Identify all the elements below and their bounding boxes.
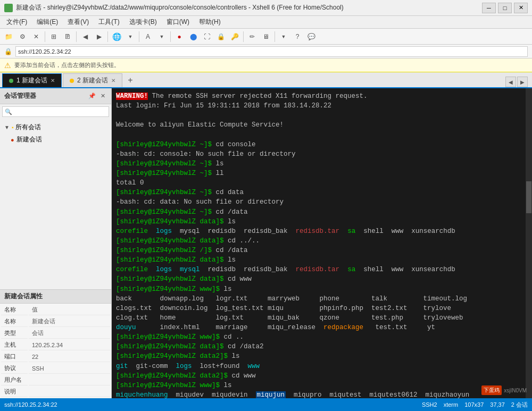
props-key-3: 主机 [1,340,28,350]
term-line-23: [shirley@iZ94yvhbwlZ www]$ ls [116,381,521,390]
tab-add-button[interactable]: + [123,73,137,87]
props-row-username: 用户名 [1,375,110,385]
terminal-scroll-thumb[interactable] [526,181,531,213]
toolbar-compose[interactable]: ✏ [246,30,259,43]
toolbar-screen[interactable]: 🖥 [260,30,272,43]
maximize-button[interactable]: □ [498,3,512,13]
toolbar-font[interactable]: A [142,30,154,43]
props-val-7 [29,387,110,397]
tab-1[interactable]: 1 新建会话 ✕ [2,73,62,87]
sidebar-tree: ▼ ▪ 所有会话 ● 新建会话 [0,119,111,289]
toolbar: 📁 ⚙ ✕ ⊞ 🖹 ◀ ▶ 🌐 ▼ A ▼ ● ⬤ ⛶ 🔒 🔑 ✏ 🖥 ▼ ? … [0,29,532,45]
props-row-protocol: 协议 SSH [1,363,110,374]
sidebar-session-label: 新建会话 [16,135,42,144]
menu-view[interactable]: 查看(V) [63,16,93,28]
toolbar-chat[interactable]: 💬 [305,30,318,43]
toolbar-lock[interactable]: 🔒 [214,30,227,43]
term-line-13: [shirley@iZ94yvhbwlZ /]$ cd /data [116,246,521,255]
toolbar-globe-arrow[interactable]: ▼ [124,30,137,43]
title-text: 新建会话 - shirley@iZ94yvhbwlZ:/data2/www/mi… [16,3,344,12]
sidebar-close-icon[interactable]: ✕ [98,92,107,100]
tabs-and-content: 1 新建会话 ✕ 2 新建会话 ✕ + ◀ ▶ 会话管理器 [0,72,532,398]
status-terminal: xterm [444,401,459,408]
menu-window[interactable]: 窗口(W) [162,16,194,28]
sidebar-pin-icon[interactable]: 📌 [88,92,96,100]
watermark-label: 下蛋鸡 [481,385,502,395]
sidebar-item-new-session[interactable]: ● 新建会话 [0,133,111,146]
menu-file[interactable]: 文件(F) [2,16,31,28]
tab-nav-left[interactable]: ◀ [505,77,516,87]
toolbar-new-session[interactable]: 📁 [2,30,15,43]
toolbar-connect[interactable]: ⬤ [187,30,200,43]
toolbar-sep2 [76,31,77,42]
toolbar-globe[interactable]: 🌐 [110,30,123,43]
term-line-21: git git-comm logs lost+found www [116,362,521,371]
toolbar-fullscreen[interactable]: ⛶ [201,30,213,43]
tab-bar-left: 1 新建会话 ✕ 2 新建会话 ✕ + [2,73,137,87]
toolbar-help[interactable]: ? [291,30,304,43]
sidebar: 会话管理器 📌 ✕ ▼ ▪ 所有会话 ● [0,88,112,398]
tab-nav-right[interactable]: ▶ [517,77,528,87]
sidebar-search-input[interactable] [2,106,109,117]
menu-bar: 文件(F) 编辑(E) 查看(V) 工具(T) 选项卡(B) 窗口(W) 帮助(… [0,16,532,29]
tab-1-close[interactable]: ✕ [51,78,55,83]
term-line-www4: douyu index.html marriage miqu_release r… [116,323,521,332]
props-key-5: 协议 [1,363,28,374]
tree-expand-icon: ▼ [4,124,10,130]
terminal[interactable]: WARNING! The remote SSH server rejected … [112,88,526,398]
address-input[interactable] [15,46,528,57]
term-line-12: [shirley@iZ94yvhbwlZ data]$ cd ../.. [116,236,521,246]
term-line-9: [shirley@iZ94yvhbwlZ ~]$ cd /data [116,207,521,217]
minimize-button[interactable]: ─ [482,3,496,13]
status-protocol: SSH2 [422,401,437,408]
term-line-0: WARNING! The remote SSH server rejected … [116,91,521,101]
menu-edit[interactable]: 编辑(E) [32,16,62,28]
term-line-18: [shirley@iZ94yvhbwlZ www]$ cd .. [116,332,521,342]
terminal-wrapper: WARNING! The remote SSH server rejected … [112,88,532,398]
watermark: 下蛋鸡 xsjIN0VM [481,385,527,395]
tab-bar: 1 新建会话 ✕ 2 新建会话 ✕ + ◀ ▶ [0,72,532,88]
toolbar-left[interactable]: ◀ [79,30,92,43]
toolbar-right[interactable]: ▶ [93,30,105,43]
toolbar-btn2[interactable]: ⚙ [16,30,29,43]
toolbar-copy[interactable]: ⊞ [47,30,60,43]
content-area: 会话管理器 📌 ✕ ▼ ▪ 所有会话 ● [0,88,532,398]
props-key-1: 名称 [1,316,28,327]
sidebar-item-all-sessions[interactable]: ▼ ▪ 所有会话 [0,121,111,133]
props-table: 名称 值 名称 新建会话 类型 会话 主机 12 [0,304,111,398]
menu-help[interactable]: 帮助(H) [195,16,225,28]
toolbar-key[interactable]: 🔑 [228,30,241,43]
tab-2-close[interactable]: ✕ [111,78,115,83]
toolbar-btn3[interactable]: ✕ [30,30,43,43]
sidebar-title: 会话管理器 [4,91,36,100]
props-val-2: 会话 [29,328,110,339]
status-right: SSH2 xterm 107x37 37,37 2 会话 [422,401,528,409]
toolbar-red[interactable]: ● [173,30,186,43]
terminal-scrollbar[interactable] [526,88,532,398]
menu-tabs[interactable]: 选项卡(B) [125,16,161,28]
title-bar-left: 新建会话 - shirley@iZ94yvhbwlZ:/data2/www/mi… [4,3,344,12]
close-button[interactable]: ✕ [514,3,528,13]
toolbar-font-arrow[interactable]: ▼ [155,30,168,43]
toolbar-sep5 [170,31,171,42]
props-row-port: 端口 22 [1,351,110,362]
term-line-www2: clogs.txt downcoin.log log_test.txt miqu… [116,304,521,313]
title-bar: 新建会话 - shirley@iZ94yvhbwlZ:/data2/www/mi… [0,0,532,16]
tab-2[interactable]: 2 新建会话 ✕ [63,73,122,87]
toolbar-paste[interactable]: 🖹 [61,30,74,43]
sidebar-props-header: 新建会话属性 [0,290,111,304]
menu-tools[interactable]: 工具(T) [94,16,123,28]
term-line-1: Last login: Fri Jun 15 19:31:11 2018 fro… [116,101,521,111]
address-bar: 🔒 [0,45,532,58]
term-blank-1 [116,111,521,120]
tab-2-label: 2 新建会话 [77,76,108,85]
props-key-7: 说明 [1,387,28,397]
term-line-16: [shirley@iZ94yvhbwlZ data]$ cd www [116,274,521,284]
toolbar-settings[interactable]: ▼ [277,30,290,43]
term-line-8: -bash: cd: data: No such file or directo… [116,197,521,207]
toolbar-sep1 [45,31,45,42]
window-controls: ─ □ ✕ [482,3,528,13]
sidebar-header: 会话管理器 📌 ✕ [0,88,111,104]
term-line-www1: back downapp.log logr.txt marryweb phone… [116,294,521,304]
term-line-10: [shirley@iZ94yvhbwlZ data]$ ls [116,217,521,227]
